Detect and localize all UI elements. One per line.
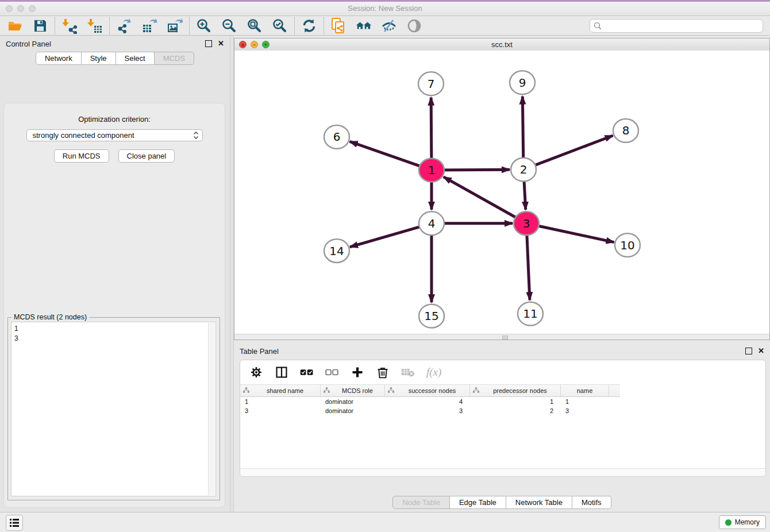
duplicate-network-icon[interactable] — [330, 18, 346, 34]
column-tree-icon — [387, 387, 395, 395]
mcds-result-group: MCDS result (2 nodes) 1 3 — [7, 317, 220, 500]
network-hscrollbar[interactable] — [234, 334, 769, 340]
refresh-view-icon[interactable] — [301, 18, 317, 34]
graph-node-11[interactable]: 11 — [518, 302, 543, 326]
zoom-window-button[interactable] — [29, 5, 36, 12]
graph-node-9[interactable]: 9 — [510, 71, 535, 94]
tab-mcds[interactable]: MCDS — [155, 52, 194, 65]
graph-node-3[interactable]: 3 — [514, 211, 539, 235]
import-network-icon[interactable] — [61, 18, 78, 34]
mcds-result-title: MCDS result (2 nodes) — [11, 313, 89, 321]
table-tabs: Node TableEdge TableNetwork TableMotifs — [234, 496, 770, 509]
network-canvas[interactable]: 1234678910111415 — [234, 51, 769, 334]
zoom-fit-icon[interactable] — [247, 18, 263, 34]
hide-selected-icon[interactable] — [381, 18, 397, 34]
svg-text:9: 9 — [519, 76, 526, 90]
control-panel: Control Panel ✕ NetworkStyleSelectMCDS O… — [0, 36, 230, 512]
search-input[interactable] — [605, 21, 759, 30]
zoom-selected-icon[interactable] — [272, 18, 288, 34]
export-image-icon[interactable] — [167, 18, 183, 34]
svg-text:1: 1 — [428, 163, 436, 177]
graph-node-15[interactable]: 15 — [419, 304, 444, 328]
close-table-panel-icon[interactable]: ✕ — [758, 348, 764, 354]
close-window-button[interactable] — [6, 5, 13, 12]
graph-node-1[interactable]: 1 — [419, 159, 444, 182]
graph-node-7[interactable]: 7 — [418, 72, 444, 95]
tab-select[interactable]: Select — [116, 52, 155, 65]
graph-node-6[interactable]: 6 — [324, 125, 349, 149]
graph-edge-3-10[interactable] — [526, 223, 614, 242]
zoom-in-icon[interactable] — [196, 18, 212, 34]
tab-network-table[interactable]: Network Table — [506, 496, 572, 509]
graph-edge-3-1[interactable] — [444, 177, 526, 223]
delete-table-icon — [401, 365, 415, 379]
save-session-icon[interactable] — [32, 18, 48, 34]
open-session-icon[interactable] — [7, 18, 23, 34]
table-row[interactable]: 1dominator411 — [240, 397, 765, 406]
tab-edge-table[interactable]: Edge Table — [450, 496, 506, 509]
show-all-icon[interactable] — [406, 18, 422, 34]
network-window-titlebar[interactable]: x − + scc.txt — [234, 38, 769, 51]
close-panel-icon[interactable]: ✕ — [218, 41, 224, 47]
minimize-window-button[interactable] — [17, 5, 24, 12]
graph-node-2[interactable]: 2 — [511, 158, 536, 182]
column-header-predecessor-nodes[interactable]: predecessor nodes — [470, 385, 561, 396]
table-settings-icon[interactable] — [249, 365, 263, 379]
column-header-successor-nodes[interactable]: successor nodes — [385, 385, 470, 396]
deselect-all-columns-icon[interactable] — [325, 365, 339, 379]
graph-edge-2-8[interactable] — [523, 136, 613, 169]
mcds-result-text[interactable]: 1 3 — [11, 322, 216, 496]
list-icon — [9, 518, 20, 527]
select-all-columns-icon[interactable] — [300, 365, 314, 379]
graph-node-4[interactable]: 4 — [419, 211, 444, 235]
close-panel-button[interactable]: Close panel — [118, 149, 175, 163]
criterion-dropdown[interactable]: strongly connected component — [26, 129, 203, 141]
column-header-name[interactable]: name — [561, 385, 609, 396]
svg-text:2: 2 — [520, 163, 528, 176]
graph-node-10[interactable]: 10 — [615, 233, 640, 257]
run-mcds-button[interactable]: Run MCDS — [54, 149, 109, 163]
network-window-title: scc.txt — [491, 40, 513, 49]
column-header-shared-name[interactable]: shared name — [240, 385, 321, 396]
tab-motifs[interactable]: Motifs — [572, 496, 611, 509]
tab-network[interactable]: Network — [36, 52, 82, 65]
memory-button[interactable]: Memory — [719, 515, 766, 529]
import-table-icon[interactable] — [87, 18, 103, 34]
svg-text:3: 3 — [523, 217, 530, 230]
export-network-icon[interactable] — [116, 18, 132, 34]
svg-text:8: 8 — [622, 124, 630, 137]
show-columns-icon[interactable] — [275, 365, 288, 379]
network-close-icon[interactable]: x — [239, 41, 247, 48]
graph-node-14[interactable]: 14 — [324, 239, 349, 263]
window-title: Session: New Session — [0, 2, 770, 16]
float-table-panel-icon[interactable] — [745, 348, 752, 354]
svg-text:6: 6 — [333, 130, 341, 144]
window-controls — [6, 5, 36, 12]
float-panel-icon[interactable] — [205, 40, 212, 47]
panel-splitter[interactable] — [230, 36, 234, 512]
first-neighbors-icon[interactable] — [356, 18, 372, 34]
export-table-icon[interactable] — [141, 18, 157, 34]
table-hscrollbar[interactable] — [240, 468, 765, 476]
tab-node-table[interactable]: Node Table — [392, 496, 450, 509]
delete-column-icon[interactable] — [376, 365, 390, 379]
function-builder-icon: f(x) — [426, 366, 441, 379]
toolbar-separator — [324, 17, 324, 34]
result-scrollbar[interactable] — [208, 323, 215, 495]
column-header-MCDS-role[interactable]: MCDS role — [321, 385, 385, 396]
node-table-card: f(x) shared nameMCDS rolesuccessor nodes… — [240, 360, 766, 477]
network-minimize-icon[interactable]: − — [251, 41, 258, 48]
workspace: x − + scc.txt 1234678910111415 Table Pan… — [234, 36, 770, 512]
svg-text:4: 4 — [428, 217, 436, 230]
criterion-value: strongly connected component — [33, 131, 193, 140]
add-column-icon[interactable] — [351, 365, 364, 379]
search-box[interactable] — [590, 19, 763, 33]
memory-label: Memory — [735, 518, 760, 526]
zoom-out-icon[interactable] — [221, 18, 237, 34]
network-zoom-icon[interactable]: + — [262, 41, 270, 48]
task-history-button[interactable] — [6, 515, 23, 531]
table-row[interactable]: 3dominator323 — [240, 406, 765, 415]
tab-style[interactable]: Style — [82, 52, 116, 65]
column-tree-icon — [472, 387, 480, 395]
graph-node-8[interactable]: 8 — [613, 119, 638, 142]
